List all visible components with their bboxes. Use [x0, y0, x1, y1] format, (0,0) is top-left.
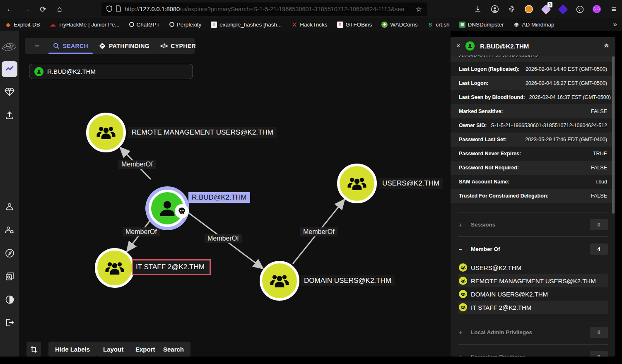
group-icon: [459, 303, 467, 311]
extension-diamond2-icon[interactable]: [558, 4, 568, 14]
sidebar-item-upload-icon[interactable]: [0, 108, 19, 123]
hide-labels-button[interactable]: Hide Labels: [48, 342, 96, 357]
foxyproxy-icon[interactable]: [524, 4, 534, 14]
close-icon[interactable]: ×: [456, 42, 460, 50]
list-item[interactable]: IT STAFF 2@K2.THM: [458, 301, 608, 314]
bookmark-ad-mindmap[interactable]: ⊕AD Mindmap: [514, 22, 554, 28]
url-bar[interactable]: http://127.0.0.1:8080/ui/explore?primary…: [101, 2, 427, 16]
sidebar-item-administration-icon[interactable]: [0, 222, 19, 238]
node-domain-users[interactable]: [260, 261, 299, 301]
bookmark-dnsdumpster[interactable]: ▦DNSDumpster: [459, 22, 504, 28]
entity-detail-panel: × R.BUD@K2.THM 2026-02-04T21:37:37.02243…: [451, 37, 615, 357]
sidebar-item-group-management[interactable]: [0, 84, 19, 100]
home-icon[interactable]: ⌂: [53, 2, 66, 16]
shield-icon[interactable]: [106, 5, 112, 13]
sequential-layout-button[interactable]: [27, 342, 41, 357]
section-execution-header[interactable]: + Execution Privileges 0: [458, 345, 608, 357]
bookmark-hacktricks[interactable]: ⚔HackTricks: [291, 22, 327, 28]
section-local-admin-header[interactable]: + Local Admin Privileges 0: [458, 320, 608, 344]
entity-panel-header: × R.BUD@K2.THM: [451, 37, 615, 55]
sidebar-item-explore[interactable]: [2, 61, 17, 77]
node-users[interactable]: [337, 164, 377, 203]
section-local-admin-privileges: + Local Admin Privileges 0: [458, 320, 608, 344]
bookmarks-bar: ◆Exploit-DB ☁TryHackMe | Junior Pe... Ch…: [0, 18, 622, 31]
forward-icon[interactable]: →: [20, 2, 33, 16]
clipped-property-value: 2026-02-04T21:37:37.0224369142: [451, 55, 615, 62]
edge-label-memberof[interactable]: MemberOf: [300, 227, 338, 236]
sidebar-item-profile-icon[interactable]: [0, 199, 19, 215]
node-label-rbud[interactable]: R.BUD@K2.THM: [188, 192, 250, 203]
property-row: Marked Sensitive:FALSE: [451, 104, 615, 118]
page-icon: [116, 5, 121, 13]
explore-tab-bar: − SEARCH PATHFINDING </> CYPHER: [25, 38, 195, 54]
user-avatar-icon: [34, 67, 43, 76]
browser-toolbar: ← → ⟳ ⌂ http://127.0.0.1:8080/ui/explore…: [0, 0, 622, 18]
sidebar-item-compass-icon[interactable]: [0, 245, 19, 261]
app-sidebar: [0, 31, 19, 357]
edge-label-memberof[interactable]: MemberOf: [123, 227, 160, 236]
group-icon: [459, 290, 467, 298]
tab-cypher[interactable]: </> CYPHER: [155, 38, 201, 54]
node-label-users[interactable]: USERS@K2.THM: [379, 178, 443, 189]
property-row: Trusted For Constrained Delegation:FALSE: [451, 189, 615, 203]
node-it-staff-2[interactable]: [95, 248, 135, 288]
account-icon[interactable]: [490, 4, 500, 14]
bookmark-crtsh[interactable]: Scrt.sh: [427, 22, 450, 28]
dnsdumpster-favicon: ▦: [459, 22, 465, 28]
bookmark-wadcoms[interactable]: ❖WADComs: [381, 22, 417, 28]
user-avatar-icon: [465, 41, 475, 51]
violet-extension-icon[interactable]: (··): [592, 4, 602, 14]
count-badge: 0: [590, 327, 608, 338]
tab-search[interactable]: SEARCH: [48, 38, 94, 54]
back-icon[interactable]: ←: [3, 2, 17, 16]
node-label-domain-users[interactable]: DOMAIN USERS@K2.THM: [301, 275, 395, 286]
list-item[interactable]: DOMAIN USERS@K2.THM: [458, 287, 608, 301]
bookmark-exploit-db[interactable]: ◆Exploit-DB: [5, 22, 40, 28]
perplexity-favicon: [169, 22, 174, 27]
extension-badge: 1: [547, 2, 552, 7]
section-member-of-header[interactable]: − Member Of 4: [458, 237, 608, 261]
bookmark-tryhackme[interactable]: ☁TryHackMe | Junior Pe...: [50, 22, 120, 28]
download-icon[interactable]: [473, 4, 483, 14]
sidebar-item-api-explorer-icon[interactable]: [0, 268, 19, 284]
edge-label-memberof[interactable]: MemberOf: [205, 234, 242, 243]
extension-diamond-icon[interactable]: 1: [541, 4, 551, 14]
bookmark-star-icon[interactable]: ☆: [416, 5, 422, 14]
graph-canvas[interactable]: MemberOf MemberOf MemberOf MemberOf REMO…: [19, 31, 451, 357]
expand-icon: +: [458, 329, 463, 336]
node-label-it-staff-2[interactable]: IT STAFF 2@K2.THM: [132, 259, 211, 275]
primary-search-input[interactable]: R.BUD@K2.THM: [29, 64, 193, 79]
count-badge: 0: [590, 351, 608, 357]
panel-scrollbar[interactable]: [612, 56, 615, 214]
tab-pathfinding[interactable]: PATHFINDING: [94, 38, 155, 54]
search-toggle-button[interactable]: Search: [157, 342, 190, 357]
sidebar-item-logout-icon[interactable]: [0, 315, 19, 330]
edge-label-memberof[interactable]: MemberOf: [118, 160, 156, 169]
cookie-icon[interactable]: [575, 4, 585, 14]
property-list: Last Logon (Replicated):2026-02-04 14:40…: [451, 62, 615, 203]
reload-icon[interactable]: ⟳: [36, 2, 50, 16]
layout-button[interactable]: Layout: [96, 342, 130, 357]
list-item[interactable]: USERS@K2.THM: [458, 261, 608, 274]
count-badge: 0: [590, 219, 608, 230]
list-item[interactable]: REMOTE MANAGEMENT USERS@K2.THM: [458, 274, 608, 287]
bookmark-gtfobins[interactable]: #GTFOBins: [337, 22, 372, 28]
bookmarks-overflow-icon[interactable]: »: [613, 20, 617, 29]
node-remote-management-users[interactable]: [86, 113, 126, 152]
property-row: SAM Account Name:r.bud: [451, 175, 615, 189]
tryhackme-favicon: ☁: [50, 22, 56, 28]
exploit-db-favicon: ◆: [5, 22, 11, 28]
collapse-all-icon[interactable]: [603, 42, 610, 50]
bookmark-example-hashes[interactable]: Iexample_hashes [hash...: [211, 22, 282, 28]
sidebar-item-dark-mode-icon[interactable]: [0, 292, 19, 307]
property-row: Password Not Required:FALSE: [451, 161, 615, 175]
bookmark-chatgpt[interactable]: ChatGPT: [129, 22, 160, 28]
crtsh-favicon: S: [427, 22, 434, 28]
bloodhound-logo: [0, 38, 19, 57]
menu-icon[interactable]: ≡: [609, 4, 619, 14]
node-label-remote-management-users[interactable]: REMOTE MANAGEMENT USERS@K2.THM: [128, 127, 277, 138]
extensions-puzzle-icon[interactable]: [507, 4, 517, 14]
minimize-panel-icon[interactable]: −: [25, 42, 48, 51]
section-sessions-header[interactable]: + Sessions 0: [458, 212, 608, 236]
bookmark-perplexity[interactable]: Perplexity: [169, 22, 201, 28]
